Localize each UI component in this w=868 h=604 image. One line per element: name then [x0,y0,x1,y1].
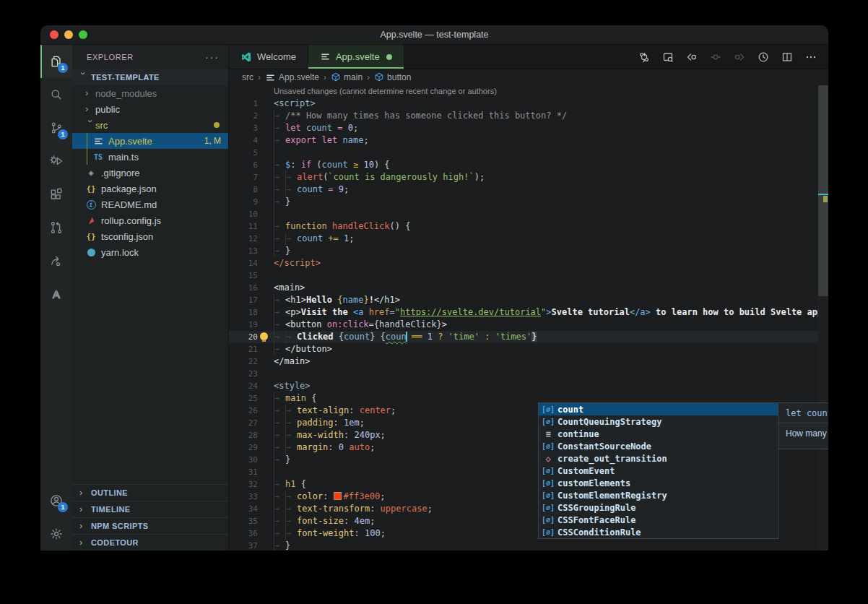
code-line-18[interactable]: 18→<p>Visit the <a href="https://svelte.… [229,306,828,319]
symbol-function-icon: ◇ [539,454,557,464]
suggest-item-customelementregistry[interactable]: [∅]CustomElementRegistry [539,489,778,501]
timeline-icon[interactable] [758,51,769,63]
scrollbar-thumb[interactable] [818,85,828,296]
file-label: package.json [101,184,157,194]
panel-npm-scripts[interactable]: ›NPM SCRIPTS [72,517,228,534]
panel-timeline[interactable]: ›TIMELINE [72,501,228,517]
live-share-icon[interactable] [40,244,72,277]
file-item-node-modules[interactable]: ›node_modules [72,85,228,101]
files-icon[interactable]: 1 [40,45,72,78]
code-line-2[interactable]: 2→/** How many times has someone clicked… [229,110,828,122]
breadcrumb-item-button[interactable]: button [374,72,411,82]
chevron-down-icon: › [85,119,96,129]
window-title: App.svelte — test-template [380,30,488,40]
chevron-right-icon: › [79,504,90,514]
breadcrumb-item-app-svelte[interactable]: App.svelte [265,72,319,83]
activity-bar-top: 11 [40,45,72,311]
suggest-item-create_out_transition[interactable]: ◇create_out_transition [539,452,778,465]
file-item-package-json[interactable]: {}package.json [72,181,228,197]
suggest-item-constantsourcenode[interactable]: [∅]ConstantSourceNode [539,440,778,452]
file-item-app-svelte[interactable]: App.svelte1, M [72,133,228,149]
sidebar-more-actions-icon[interactable]: ··· [205,51,220,63]
code-line-20[interactable]: 20→→Clicked {count} {coun ══ 1 ? 'time' … [229,331,828,343]
source-control-icon[interactable]: 1 [40,111,72,144]
suggest-item-count[interactable]: [∅]count [539,403,778,415]
file-item-public[interactable]: ›public [72,101,228,117]
code-line-8[interactable]: 8→→count = 9; [229,184,828,196]
code-line-7[interactable]: 7→→alert(`count is dangerously high!`); [229,171,828,184]
title-bar[interactable]: App.svelte — test-template [40,25,828,45]
code-line-17[interactable]: 17→<h1>Hello {name}!</h1> [229,294,828,306]
search-icon[interactable] [40,78,72,111]
code-line-16[interactable]: 16<main> [229,282,828,294]
code-line-13[interactable]: 13→} [229,245,828,257]
account-icon[interactable]: 1 [40,484,72,517]
close-window-button[interactable] [50,30,58,39]
code-line-4[interactable]: 4→export let name; [229,134,828,147]
code-line-19[interactable]: 19→<button on:click={handleClick}> [229,319,828,331]
file-lines-icon [265,72,276,83]
file-item-rollup-config-js[interactable]: rollup.config.js [72,212,228,228]
editor-group: WelcomeApp.svelte src›App.svelte›main›bu… [229,45,828,551]
file-item-src[interactable]: ›src [72,117,228,133]
file-item-main-ts[interactable]: TSmain.ts [72,149,228,165]
code-line-14[interactable]: 14</script> [229,257,828,269]
line-number: 18 [229,306,258,319]
file-type-icon: ◈ [85,168,97,178]
suggest-item-continue[interactable]: ≡continue [539,428,778,440]
suggest-item-countqueuingstrategy[interactable]: [∅]CountQueuingStrategy [539,415,778,428]
azure-icon[interactable] [40,277,72,311]
open-preview-icon[interactable] [662,51,674,63]
code-line-22[interactable]: 22</main> [229,355,828,368]
suggest-item-customevent[interactable]: [∅]CustomEvent [539,465,778,477]
breadcrumb-item-main[interactable]: main [331,72,363,82]
modified-dot [214,122,220,128]
suggest-item-customelements[interactable]: [∅]customElements [539,477,778,489]
code-line-24[interactable]: 24<style> [229,380,828,392]
code-line-11[interactable]: 11→function handleClick() { [229,220,828,233]
suggest-item-cssgroupingrule[interactable]: [∅]CSSGroupingRule [539,501,778,514]
extensions-icon[interactable] [40,178,72,211]
file-item--gitignore[interactable]: ◈.gitignore [72,165,228,181]
git-compare-icon[interactable] [638,51,650,63]
code-line-5[interactable]: 5 [229,147,828,159]
file-type-icon: TS [92,153,104,161]
suggest-item-cssfontfacerule[interactable]: [∅]CSSFontFaceRule [539,514,778,526]
code-line-23[interactable]: 23 [229,368,828,380]
breadcrumb-label: main [344,72,363,82]
prev-change-icon[interactable] [686,51,698,63]
code-line-6[interactable]: 6→$: if (count ≥ 10) { [229,159,828,171]
chevron-right-icon: › [79,487,90,498]
minimize-window-button[interactable] [64,30,73,39]
code-line-10[interactable]: 10 [229,208,828,220]
more-actions-icon[interactable] [805,51,817,63]
file-item-yarn-lock[interactable]: yarn.lock [72,244,228,260]
run-debug-icon[interactable] [40,144,72,178]
tab-welcome[interactable]: Welcome [229,45,308,69]
zoom-window-button[interactable] [79,30,87,39]
file-item-tsconfig-json[interactable]: {}tsconfig.json [72,228,228,244]
code-line-3[interactable]: 3→let count = 0; [229,122,828,134]
settings-icon[interactable] [40,517,72,551]
file-item-readme-md[interactable]: iREADME.md [72,197,228,212]
project-root-row[interactable]: › TEST-TEMPLATE [72,69,228,85]
code-line-37[interactable]: 37→} [229,540,828,551]
line-number: 28 [229,429,258,441]
code-line-9[interactable]: 9→} [229,196,828,208]
vscode-icon [240,51,252,63]
code-line-15[interactable]: 15 [229,269,828,282]
panel-outline[interactable]: ›OUTLINE [72,485,228,501]
lightbulb-icon[interactable] [260,332,268,340]
code-line-12[interactable]: 12→→count += 1; [229,233,828,245]
breadcrumb-item-src[interactable]: src [242,72,253,82]
suggest-item-cssconditionrule[interactable]: [∅]CSSConditionRule [539,526,778,538]
editor-scrollbar [818,85,828,551]
github-pr-icon[interactable] [40,211,72,244]
tab-app-svelte[interactable]: App.svelte [308,45,404,69]
split-editor-icon[interactable] [781,51,793,63]
code-line-21[interactable]: 21→</button> [229,343,828,355]
suggest-docs-panel: let count: number How many times has som… [777,402,828,449]
code-editor[interactable]: Unsaved changes (cannot determine recent… [229,85,828,551]
code-line-1[interactable]: 1<script> [229,98,828,110]
panel-codetour[interactable]: ›CODETOUR [72,534,228,551]
